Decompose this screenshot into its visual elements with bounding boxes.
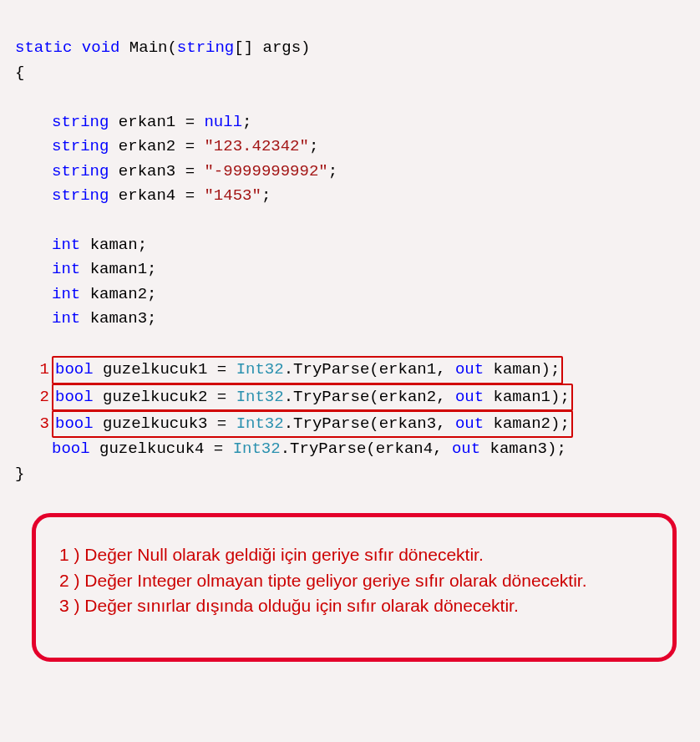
decl-kaman1: int kaman1; xyxy=(52,260,156,278)
code-block: static void Main(string[] args) { string… xyxy=(0,0,700,491)
explanation-callout: 1 ) Değer Null olarak geldiği için geriy… xyxy=(32,513,677,661)
decl-kaman2: int kaman2; xyxy=(52,285,156,303)
brace-open: { xyxy=(15,64,24,82)
decl-kaman: int kaman; xyxy=(52,236,147,254)
decl-erkan1: string erkan1 = null; xyxy=(52,113,251,131)
decl-kaman3: int kaman3; xyxy=(52,309,156,328)
highlight-box-1: bool guzelkucuk1 = Int32.TryParse(erkan1… xyxy=(52,356,563,384)
note-line-1: 1 ) Değer Null olarak geldiği için geriy… xyxy=(59,542,661,567)
decl-erkan4: string erkan4 = "1453"; xyxy=(52,186,271,205)
row-number-3: 3 xyxy=(38,412,49,436)
row-number-1: 1 xyxy=(38,358,49,382)
highlight-box-3: bool guzelkucuk3 = Int32.TryParse(erkan3… xyxy=(52,410,573,438)
note-line-2: 2 ) Değer Integer olmayan tipte geliyor … xyxy=(59,568,661,593)
brace-close: } xyxy=(15,465,24,483)
method-signature: static void Main(string[] args) xyxy=(15,38,311,57)
note-line-3: 3 ) Değer sınırlar dışında olduğu için s… xyxy=(59,593,661,618)
decl-erkan2: string erkan2 = "123.42342"; xyxy=(52,137,318,155)
decl-erkan3: string erkan3 = "-9999999992"; xyxy=(52,162,337,180)
row-number-2: 2 xyxy=(38,385,49,409)
highlight-box-2: bool guzelkucuk2 = Int32.TryParse(erkan2… xyxy=(52,384,573,411)
parse-line-4: bool guzelkucuk4 = Int32.TryParse(erkan4… xyxy=(52,440,566,458)
